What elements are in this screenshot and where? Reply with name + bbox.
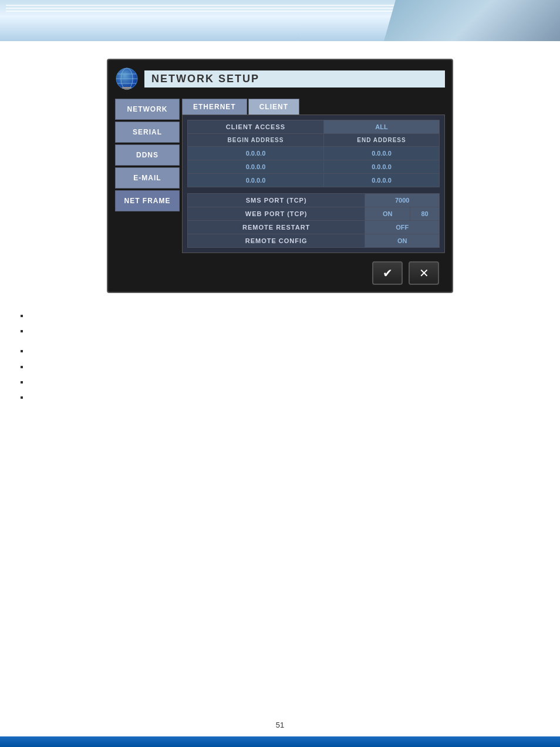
sidebar-item-netframe[interactable]: NET FRAME bbox=[115, 190, 180, 211]
network-setup-dialog: NETWORK SETUP NETWORK SERIAL DDNS E-MAIL… bbox=[107, 59, 453, 293]
client-access-value[interactable]: ALL bbox=[323, 120, 439, 134]
content-panel: ETHERNET CLIENT CLIENT ACCESS ALL BEGIN … bbox=[182, 99, 445, 253]
end-addr-0[interactable]: 0.0.0.0 bbox=[323, 147, 439, 160]
list-item-2 bbox=[29, 326, 542, 337]
client-access-label: CLIENT ACCESS bbox=[188, 120, 324, 134]
bullet-list bbox=[18, 311, 542, 403]
web-port-value[interactable]: 80 bbox=[410, 207, 440, 221]
top-banner bbox=[0, 0, 560, 41]
main-content: NETWORK SETUP NETWORK SERIAL DDNS E-MAIL… bbox=[0, 41, 560, 419]
tab-ethernet[interactable]: ETHERNET bbox=[182, 99, 247, 115]
page-number: 51 bbox=[0, 721, 560, 729]
dialog-title: NETWORK SETUP bbox=[144, 70, 445, 88]
end-addr-2[interactable]: 0.0.0.0 bbox=[323, 174, 439, 187]
list-item-5 bbox=[29, 377, 542, 388]
begin-addr-1[interactable]: 0.0.0.0 bbox=[188, 160, 324, 174]
list-item-3 bbox=[29, 346, 542, 356]
sidebar-item-email[interactable]: E-MAIL bbox=[115, 167, 180, 189]
sidebar-item-serial[interactable]: SERIAL bbox=[115, 122, 180, 143]
table-row-addr-1: 0.0.0.0 0.0.0.0 bbox=[188, 160, 440, 174]
remote-restart-row: REMOTE RESTART OFF bbox=[188, 221, 440, 234]
end-addr-1[interactable]: 0.0.0.0 bbox=[323, 160, 439, 174]
sidebar: NETWORK SERIAL DDNS E-MAIL NET FRAME bbox=[115, 99, 180, 253]
tabs-area: ETHERNET CLIENT bbox=[182, 99, 445, 115]
web-port-on[interactable]: ON bbox=[365, 207, 410, 221]
table-row-addr-2: 0.0.0.0 0.0.0.0 bbox=[188, 174, 440, 187]
cancel-button[interactable]: ✕ bbox=[409, 261, 439, 285]
table-row-addr-0: 0.0.0.0 0.0.0.0 bbox=[188, 147, 440, 160]
remote-restart-label: REMOTE RESTART bbox=[188, 221, 365, 234]
svg-rect-5 bbox=[122, 87, 131, 89]
list-item-1 bbox=[29, 311, 542, 321]
table-row-address-headers: BEGIN ADDRESS END ADDRESS bbox=[188, 134, 440, 147]
client-panel: CLIENT ACCESS ALL BEGIN ADDRESS END ADDR… bbox=[182, 115, 445, 253]
dialog-header: NETWORK SETUP bbox=[115, 67, 445, 90]
remote-config-value[interactable]: ON bbox=[365, 234, 440, 248]
banner-graphic bbox=[384, 0, 560, 41]
dialog-body: NETWORK SERIAL DDNS E-MAIL NET FRAME ETH… bbox=[115, 99, 445, 253]
svg-rect-6 bbox=[124, 89, 129, 90]
action-bar: ✔ ✕ bbox=[115, 261, 445, 285]
begin-addr-2[interactable]: 0.0.0.0 bbox=[188, 174, 324, 187]
list-item-4 bbox=[29, 362, 542, 372]
begin-address-header: BEGIN ADDRESS bbox=[188, 134, 324, 147]
remote-restart-value[interactable]: OFF bbox=[365, 221, 440, 234]
remote-config-row: REMOTE CONFIG ON bbox=[188, 234, 440, 248]
confirm-button[interactable]: ✔ bbox=[372, 261, 403, 285]
table-row-header: CLIENT ACCESS ALL bbox=[188, 120, 440, 134]
sms-port-row: SMS PORT (TCP) 7000 bbox=[188, 194, 440, 207]
ports-table: SMS PORT (TCP) 7000 WEB PORT (TCP) ON 80… bbox=[187, 193, 440, 248]
sms-port-value[interactable]: 7000 bbox=[365, 194, 440, 207]
sms-port-label: SMS PORT (TCP) bbox=[188, 194, 365, 207]
begin-addr-0[interactable]: 0.0.0.0 bbox=[188, 147, 324, 160]
sidebar-item-network[interactable]: NETWORK bbox=[115, 99, 180, 120]
end-address-header: END ADDRESS bbox=[323, 134, 439, 147]
sidebar-item-ddns[interactable]: DDNS bbox=[115, 144, 180, 166]
list-item-6 bbox=[29, 392, 542, 403]
bottom-banner bbox=[0, 736, 560, 747]
client-access-table: CLIENT ACCESS ALL BEGIN ADDRESS END ADDR… bbox=[187, 120, 440, 187]
web-port-label: WEB PORT (TCP) bbox=[188, 207, 365, 221]
network-icon bbox=[115, 67, 139, 90]
web-port-row: WEB PORT (TCP) ON 80 bbox=[188, 207, 440, 221]
remote-config-label: REMOTE CONFIG bbox=[188, 234, 365, 248]
tab-client[interactable]: CLIENT bbox=[248, 99, 299, 115]
